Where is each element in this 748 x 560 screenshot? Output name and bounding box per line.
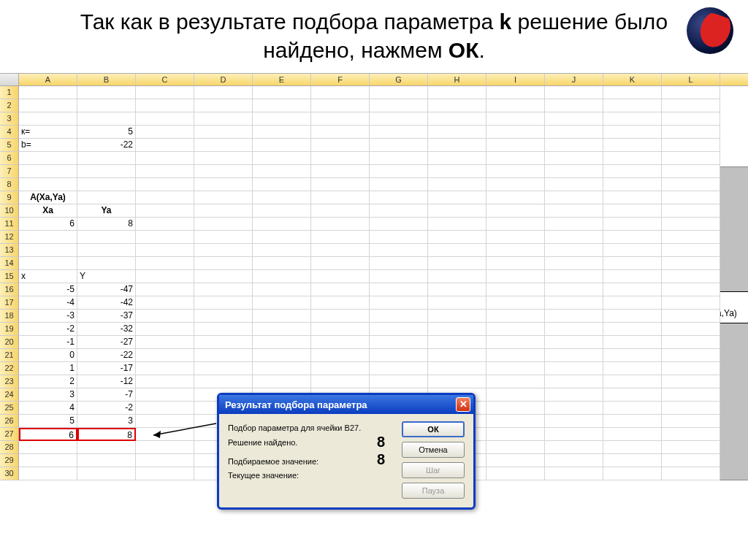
cell-G11[interactable] (370, 218, 428, 231)
cell-I4[interactable] (486, 126, 545, 139)
cell-E7[interactable] (253, 165, 311, 178)
column-header-e[interactable]: E (253, 74, 311, 85)
cell-L28[interactable] (662, 441, 720, 454)
cell-I11[interactable] (486, 218, 545, 231)
row-header-5[interactable]: 5 (0, 139, 19, 152)
cell-H8[interactable] (428, 178, 486, 191)
cell-I18[interactable] (486, 310, 545, 323)
cell-I10[interactable] (486, 204, 545, 218)
cell-L15[interactable] (662, 270, 720, 283)
row-header-7[interactable]: 7 (0, 165, 19, 178)
cell-A24[interactable]: 3 (19, 388, 77, 402)
cell-I2[interactable] (486, 99, 545, 112)
cell-H16[interactable] (428, 283, 486, 296)
cell-L13[interactable] (662, 244, 720, 257)
dialog-titlebar[interactable]: Результат подбора параметра ✕ (219, 395, 473, 414)
cell-F4[interactable] (311, 126, 370, 139)
cell-B23[interactable]: -12 (77, 375, 136, 388)
cell-A16[interactable]: -5 (19, 283, 77, 296)
cell-E22[interactable] (253, 362, 311, 375)
cell-A17[interactable]: -4 (19, 296, 77, 310)
cell-C19[interactable] (136, 323, 194, 336)
cell-L17[interactable] (662, 296, 720, 310)
cell-A3[interactable] (19, 112, 77, 126)
cell-K2[interactable] (603, 99, 662, 112)
row-header-17[interactable]: 17 (0, 296, 19, 310)
cell-G8[interactable] (370, 178, 428, 191)
cell-E23[interactable] (253, 375, 311, 388)
cell-J16[interactable] (545, 283, 603, 296)
cell-A2[interactable] (19, 99, 77, 112)
cell-I23[interactable] (486, 375, 545, 388)
cell-A30[interactable] (19, 467, 77, 480)
cell-I28[interactable] (486, 441, 545, 454)
cell-J22[interactable] (545, 362, 603, 375)
cell-F6[interactable] (311, 152, 370, 165)
row-header-16[interactable]: 16 (0, 283, 19, 296)
cell-I30[interactable] (486, 467, 545, 480)
cell-G9[interactable] (370, 191, 428, 204)
cell-I27[interactable] (486, 428, 545, 441)
cell-G3[interactable] (370, 112, 428, 126)
cell-F19[interactable] (311, 323, 370, 336)
cell-D11[interactable] (194, 218, 253, 231)
cell-J9[interactable] (545, 191, 603, 204)
row-header-26[interactable]: 26 (0, 415, 19, 428)
cell-G15[interactable] (370, 270, 428, 283)
cell-K7[interactable] (603, 165, 662, 178)
column-header-h[interactable]: H (428, 74, 486, 85)
cell-J21[interactable] (545, 349, 603, 362)
cell-D20[interactable] (194, 336, 253, 349)
cell-B9[interactable] (77, 191, 136, 204)
cell-C6[interactable] (136, 152, 194, 165)
row-header-29[interactable]: 29 (0, 454, 19, 467)
cell-I24[interactable] (486, 388, 545, 402)
cell-B8[interactable] (77, 178, 136, 191)
cell-B29[interactable] (77, 454, 136, 467)
cell-K22[interactable] (603, 362, 662, 375)
cell-H15[interactable] (428, 270, 486, 283)
cell-G20[interactable] (370, 336, 428, 349)
cell-H10[interactable] (428, 204, 486, 218)
cell-B3[interactable] (77, 112, 136, 126)
cell-C26[interactable] (136, 415, 194, 428)
cell-H21[interactable] (428, 349, 486, 362)
cell-G10[interactable] (370, 204, 428, 218)
cell-A12[interactable] (19, 231, 77, 244)
column-header-d[interactable]: D (194, 74, 253, 85)
cell-I19[interactable] (486, 323, 545, 336)
ok-button[interactable]: ОК (402, 421, 465, 437)
cell-L6[interactable] (662, 152, 720, 165)
cell-F22[interactable] (311, 362, 370, 375)
cell-L23[interactable] (662, 375, 720, 388)
cell-J20[interactable] (545, 336, 603, 349)
cell-L14[interactable] (662, 257, 720, 270)
cell-D14[interactable] (194, 257, 253, 270)
cell-E19[interactable] (253, 323, 311, 336)
cell-E14[interactable] (253, 257, 311, 270)
cell-F9[interactable] (311, 191, 370, 204)
cell-F23[interactable] (311, 375, 370, 388)
cell-L26[interactable] (662, 415, 720, 428)
cell-K3[interactable] (603, 112, 662, 126)
cell-C22[interactable] (136, 362, 194, 375)
column-header-k[interactable]: K (603, 74, 662, 85)
cell-B1[interactable] (77, 86, 136, 99)
cell-H7[interactable] (428, 165, 486, 178)
cancel-button[interactable]: Отмена (402, 442, 465, 458)
cell-H9[interactable] (428, 191, 486, 204)
cell-D3[interactable] (194, 112, 253, 126)
cell-J23[interactable] (545, 375, 603, 388)
cell-E9[interactable] (253, 191, 311, 204)
cell-A18[interactable]: -3 (19, 310, 77, 323)
row-header-2[interactable]: 2 (0, 99, 19, 112)
cell-E17[interactable] (253, 296, 311, 310)
cell-G19[interactable] (370, 323, 428, 336)
cell-C8[interactable] (136, 178, 194, 191)
cell-K27[interactable] (603, 428, 662, 441)
cell-A9[interactable]: A(Xa,Ya) (19, 191, 77, 204)
row-header-19[interactable]: 19 (0, 323, 19, 336)
cell-I1[interactable] (486, 86, 545, 99)
cell-E18[interactable] (253, 310, 311, 323)
cell-G7[interactable] (370, 165, 428, 178)
